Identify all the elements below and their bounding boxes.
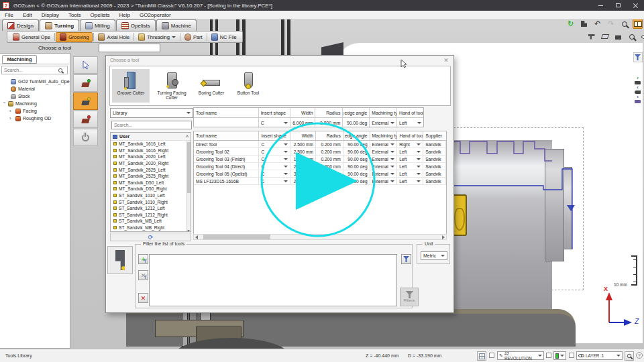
col-tool-name[interactable]: Tool name <box>194 131 259 140</box>
filter-tool-name[interactable] <box>194 118 259 128</box>
visibility-icon[interactable] <box>640 32 644 42</box>
layer-combo[interactable]: LAYER :1 <box>576 351 623 360</box>
pan-icon[interactable] <box>579 19 589 29</box>
apply-filter-button[interactable] <box>401 254 411 264</box>
add-filter-button[interactable]: + <box>138 254 148 264</box>
dialog-close-button[interactable]: ✕ <box>443 57 449 64</box>
tool-create-button[interactable] <box>73 74 98 92</box>
collapse-left-icon[interactable]: ‹ <box>637 76 639 80</box>
library-item[interactable]: ST_Sandvik_MB_Left <box>111 218 191 225</box>
library-item[interactable]: ST_Sandvik_1212_Left <box>111 205 191 212</box>
filter-edge-angle[interactable]: 90.00 deg <box>343 118 370 128</box>
tool-type-button[interactable]: Button Tool <box>231 69 266 103</box>
filter-hand[interactable]: Left <box>397 118 423 128</box>
library-scrollbar[interactable] <box>186 141 191 232</box>
filter-insert-shape[interactable]: C <box>259 118 290 128</box>
scrollbar-thumb[interactable] <box>203 235 270 239</box>
tree-item-stock[interactable]: Stock <box>11 93 30 100</box>
library-item[interactable]: ST_Sandvik_1010_Left <box>111 192 191 199</box>
library-search-box[interactable] <box>111 121 192 129</box>
col-hand[interactable]: Hand of tool <box>397 108 423 117</box>
col-machining-type[interactable]: Machining typ <box>370 108 397 117</box>
filters-button[interactable]: Filters <box>400 288 419 306</box>
tree-item-material[interactable]: Material <box>11 85 35 93</box>
library-combo[interactable]: Library <box>110 108 193 118</box>
col-edge-angle[interactable]: ng edge angle <box>343 131 370 140</box>
select-tool-button[interactable] <box>73 56 98 74</box>
collapse-left-icon[interactable]: ‹ <box>637 85 639 90</box>
table-horizontal-scrollbar[interactable] <box>193 234 447 240</box>
tool-type-boring[interactable]: Boring Cutter <box>194 69 229 103</box>
tool-choose-button[interactable] <box>73 93 98 110</box>
menu-item[interactable]: Display <box>37 12 64 18</box>
library-item[interactable]: MT_Sandvik_1616_Left <box>111 141 191 147</box>
color-checkbox[interactable] <box>546 353 551 358</box>
grid-button[interactable] <box>477 351 486 361</box>
zoom-icon[interactable] <box>619 19 629 29</box>
active-filters-list[interactable] <box>149 254 397 306</box>
library-item[interactable]: MT_Sandvik_2020_Right <box>111 160 191 167</box>
menu-item[interactable]: Opelists <box>86 12 115 18</box>
tool-type-turning-facing[interactable]: Turning Facing Cutter <box>152 69 192 103</box>
revolution-checkbox[interactable] <box>489 353 494 358</box>
minimize-button[interactable] <box>592 0 609 11</box>
col-width[interactable]: Width <box>290 108 316 117</box>
library-item[interactable]: MT_Sandvik_1616_Right <box>111 147 191 154</box>
tree-item-project[interactable]: GO2 TurnMill_Auto_Ope <box>11 78 70 85</box>
tab-machining[interactable]: Machining <box>2 55 37 64</box>
caret-right-icon[interactable]: › <box>9 115 13 121</box>
clear-filter-button[interactable]: ✕ <box>138 293 148 303</box>
part-button[interactable]: Part <box>181 32 206 42</box>
tab-machine[interactable]: Machine <box>156 19 197 31</box>
table-row[interactable]: MS LF123D15-1616B C 2.500 mm 0.200 mm 90… <box>194 178 446 185</box>
col-width[interactable]: Width <box>290 131 316 140</box>
machining-sim-icon[interactable] <box>586 32 596 42</box>
collapse-left-icon[interactable]: ‹ <box>637 95 639 99</box>
table-row[interactable]: Grooving Tool 05 (Opelist) C 3.000 mm 0.… <box>194 170 446 178</box>
unit-combo[interactable]: Metric <box>421 251 447 260</box>
col-machining-type[interactable]: Machining typ <box>370 131 398 140</box>
threading-button[interactable]: Threading <box>135 32 179 42</box>
library-item[interactable]: MT_Sandvik_2020_Left <box>111 154 191 160</box>
redo-icon[interactable]: ↷ <box>606 19 616 29</box>
col-tool-name[interactable]: Tool name <box>194 108 259 117</box>
tree-item-facing[interactable]: › Facing <box>9 107 37 115</box>
col-edge-angle[interactable]: ng edge angle <box>343 108 370 117</box>
tool-type-groove-cutter[interactable]: Groove Cutter <box>112 69 150 103</box>
choose-tool-input[interactable] <box>99 44 160 52</box>
library-group-user[interactable]: User ˄ <box>111 133 191 141</box>
library-item[interactable]: ST_Sandvik_1212_Right <box>111 212 191 219</box>
table-row[interactable]: Grooving Tool 04 (Direct) C 2.500 mm 0.2… <box>194 163 446 170</box>
axial-hole-button[interactable]: Axial Hole <box>95 32 133 42</box>
stock-view-icon[interactable] <box>613 32 623 42</box>
remove-filter-button[interactable]: ✕ <box>138 270 148 280</box>
library-item[interactable]: MT_Sandvik_2525_Right <box>111 173 191 180</box>
help-button[interactable]: ? <box>636 352 643 359</box>
nc-file-button[interactable]: NC File <box>208 32 240 42</box>
close-button[interactable] <box>627 0 644 11</box>
col-hand[interactable]: Hand of tool <box>397 131 423 140</box>
undo-icon[interactable]: ↶ <box>592 19 602 29</box>
col-radius[interactable]: Radius <box>316 131 343 140</box>
tab-design[interactable]: Design <box>2 19 39 31</box>
menu-item[interactable]: File <box>0 12 18 18</box>
col-supplier[interactable]: Supplier <box>423 131 446 140</box>
filter-view-button[interactable] <box>633 52 643 62</box>
grooving-button[interactable]: Grooving <box>56 32 93 42</box>
table-row[interactable]: Direct Tool C 2.500 mm 0.200 mm 90.00 de… <box>194 141 446 148</box>
layer-checkbox[interactable] <box>569 353 574 358</box>
tree-search-box[interactable] <box>1 66 68 74</box>
color-combo[interactable] <box>553 351 566 360</box>
sync-icon[interactable]: ↻ <box>566 19 576 29</box>
menu-item[interactable]: Help <box>115 12 135 18</box>
menu-item[interactable]: Edit <box>18 12 37 18</box>
search-input[interactable] <box>4 68 58 72</box>
tree-item-roughing[interactable]: › Roughing OD <box>9 115 51 122</box>
library-item[interactable]: ST_Sandvik_MB_Right <box>111 225 191 231</box>
tool-remove-button[interactable] <box>73 111 98 128</box>
filter-width[interactable]: 6.000 mm <box>290 118 316 128</box>
maximize-button[interactable] <box>609 0 627 11</box>
ope-tool-icon[interactable] <box>635 100 641 103</box>
menu-item[interactable]: Tools <box>64 12 86 18</box>
library-search-input[interactable] <box>114 123 189 127</box>
